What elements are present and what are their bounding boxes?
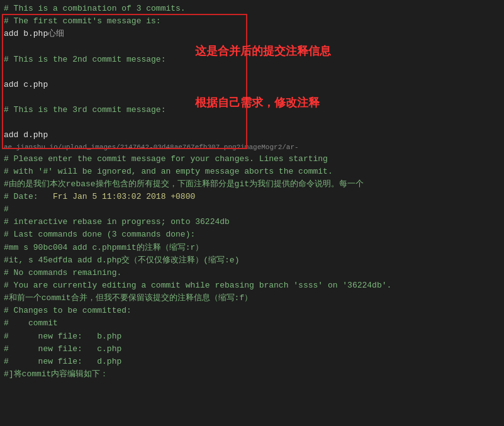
line-14: # with '#' will be ignored, and an empty… xyxy=(4,165,500,178)
line-23: # You are currently editing a commit whi… xyxy=(4,279,500,292)
line-30: #]将commit内容编辑如下： xyxy=(4,368,500,381)
line-25: # Changes to be committed: xyxy=(4,305,500,317)
line-9: # This is the 3rd commit message: xyxy=(4,104,500,116)
line-17: # xyxy=(4,203,500,216)
line-7: add c.php xyxy=(4,79,500,91)
line-5: # This is the 2nd commit message: xyxy=(4,53,500,66)
line-24: #和前一个commit合并，但我不要保留该提交的注释信息（缩写:f） xyxy=(4,292,500,305)
line-21: #it, s 45edfda add d.php交（不仅仅修改注释）(缩写:e) xyxy=(4,254,500,267)
line-13: # Please enter the commit message for yo… xyxy=(4,153,500,165)
line-12: ae.jianshu.io/upload_images/2147642-03d4… xyxy=(4,142,500,153)
line-10 xyxy=(4,116,500,129)
line-26: # commit xyxy=(4,317,500,330)
line-28: # new file: c.php xyxy=(4,343,500,356)
line-22: # No commands remaining. xyxy=(4,267,500,279)
line-2: # The first commit's message is: xyxy=(4,15,500,28)
line-20: #mm s 90bc004 add c.phpmmit的注释（缩写:r） xyxy=(4,242,500,254)
line-19: # Last commands done (3 commands done): xyxy=(4,228,500,241)
terminal-content: # This is a combination of 3 commits. # … xyxy=(4,3,500,381)
line-3: add b.php心细 xyxy=(4,28,500,40)
line-27: # new file: b.php xyxy=(4,330,500,343)
line-11: add d.php xyxy=(4,129,500,142)
line-6 xyxy=(4,66,500,79)
line-1: # This is a combination of 3 commits. xyxy=(4,3,500,15)
line-18: # interactive rebase in progress; onto 3… xyxy=(4,216,500,228)
line-29: # new file: d.php xyxy=(4,356,500,368)
line-15: #由的是我们本次rebase操作包含的所有提交，下面注释部分是git为我们提供的… xyxy=(4,178,500,191)
line-16: # Date: Fri Jan 5 11:03:02 2018 +0800 xyxy=(4,191,500,203)
line-4 xyxy=(4,40,500,53)
terminal: 这是合并后的提交注释信息 根据自己需求，修改注释 # This is a com… xyxy=(0,0,504,426)
line-8 xyxy=(4,91,500,104)
